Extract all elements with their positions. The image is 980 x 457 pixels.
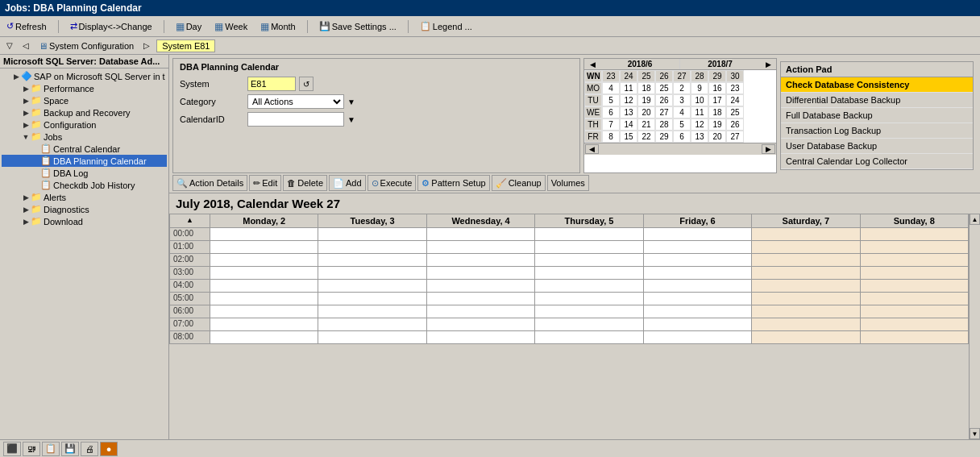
we-13[interactable]: 13 [620, 106, 637, 118]
cell-mon-0200[interactable] [210, 254, 318, 267]
cell-wed-0400[interactable] [427, 280, 535, 293]
cell-sun-0600[interactable] [861, 305, 969, 318]
mo-4[interactable]: 4 [602, 82, 620, 94]
cal-next-button[interactable]: ▶ [760, 59, 776, 69]
status-btn-2[interactable]: 🖳 [23, 442, 40, 456]
cell-sat-0300[interactable] [752, 267, 860, 280]
sidebar-item-configuration[interactable]: ▶ 📁 Configuration [2, 118, 167, 131]
status-btn-1[interactable]: ⬛ [3, 442, 21, 456]
sidebar-item-dba-planning[interactable]: 📋 DBA Planning Calendar [2, 155, 167, 167]
cell-sun-0100[interactable] [861, 241, 969, 254]
cell-sun-0400[interactable] [861, 280, 969, 293]
mo-11[interactable]: 11 [620, 82, 637, 94]
status-btn-4[interactable]: 💾 [61, 442, 79, 456]
calendarid-dropdown-icon[interactable]: ▼ [347, 115, 355, 124]
pattern-setup-button[interactable]: ⚙ Pattern Setup [417, 175, 489, 191]
cell-mon-0800[interactable] [210, 331, 318, 344]
th-14[interactable]: 14 [620, 118, 637, 131]
week-button[interactable]: ▦ Week [211, 19, 251, 34]
cell-sun-0800[interactable] [861, 331, 969, 344]
day-button[interactable]: ▦ Day [172, 19, 206, 34]
vscroll-up-button[interactable]: ▲ [970, 214, 980, 225]
sidebar-item-dba-log[interactable]: 📋 DBA Log [2, 167, 167, 179]
sidebar-item-download[interactable]: ▶ 📁 Download [2, 215, 167, 227]
cell-mon-0700[interactable] [210, 318, 318, 331]
sidebar-item-space[interactable]: ▶ 📁 Space [2, 94, 167, 106]
action-item-user-backup[interactable]: User Database Backup [781, 139, 973, 154]
cell-wed-0800[interactable] [427, 331, 535, 344]
cell-sun-0000[interactable] [861, 228, 969, 241]
cell-sun-0700[interactable] [861, 318, 969, 331]
cell-tue-0200[interactable] [318, 254, 426, 267]
cell-wed-0000[interactable] [427, 228, 535, 241]
system-input[interactable] [247, 77, 296, 91]
edit-button[interactable]: ✏ Edit [249, 175, 281, 191]
mo-16[interactable]: 16 [708, 82, 726, 94]
cell-thu-0100[interactable] [535, 241, 643, 254]
cell-thu-0800[interactable] [535, 331, 643, 344]
volumes-button[interactable]: Volumes [547, 175, 589, 191]
cell-mon-0100[interactable] [210, 241, 318, 254]
tu-5[interactable]: 5 [602, 94, 620, 106]
we-18[interactable]: 18 [708, 106, 726, 118]
sidebar-item-diagnostics[interactable]: ▶ 📁 Diagnostics [2, 203, 167, 215]
we-20[interactable]: 20 [637, 106, 655, 118]
fr-27[interactable]: 27 [726, 131, 744, 143]
status-btn-6[interactable]: ● [100, 442, 118, 456]
tu-3[interactable]: 3 [673, 94, 691, 106]
category-dropdown-icon[interactable]: ▼ [347, 98, 355, 106]
tu-26[interactable]: 26 [655, 94, 673, 106]
delete-button[interactable]: 🗑 Delete [283, 175, 327, 191]
cell-fri-0600[interactable] [644, 305, 752, 318]
we-27[interactable]: 27 [655, 106, 673, 118]
cell-wed-0700[interactable] [427, 318, 535, 331]
cell-sun-0300[interactable] [861, 267, 969, 280]
month-button[interactable]: ▦ Month [257, 19, 299, 34]
back-button[interactable]: ◁ [19, 39, 32, 52]
sidebar-item-performance[interactable]: ▶ 📁 Performance [2, 82, 167, 94]
cell-thu-0700[interactable] [535, 318, 643, 331]
cell-fri-0400[interactable] [644, 280, 752, 293]
fr-22[interactable]: 22 [637, 131, 655, 143]
save-settings-button[interactable]: 💾 Save Settings ... [316, 19, 400, 33]
th-19[interactable]: 19 [708, 118, 726, 131]
mo-9[interactable]: 9 [691, 82, 708, 94]
action-item-central-log[interactable]: Central Calendar Log Collector [781, 154, 973, 169]
th-12[interactable]: 12 [691, 118, 708, 131]
cell-fri-0100[interactable] [644, 241, 752, 254]
nav-forward-button[interactable]: ▷ [140, 39, 153, 52]
cell-sun-0200[interactable] [861, 254, 969, 267]
cell-wed-0600[interactable] [427, 305, 535, 318]
system-refresh-button[interactable]: ↺ [299, 77, 314, 91]
calendarid-input[interactable] [247, 112, 344, 127]
legend-button[interactable]: 📋 Legend ... [417, 19, 475, 33]
sidebar-item-central-calendar[interactable]: 📋 Central Calendar [2, 143, 167, 155]
tu-10[interactable]: 10 [691, 94, 708, 106]
cell-tue-0800[interactable] [318, 331, 426, 344]
cell-sat-0200[interactable] [752, 254, 860, 267]
status-btn-5[interactable]: 🖨 [81, 442, 98, 456]
cell-mon-0600[interactable] [210, 305, 318, 318]
cell-tue-0100[interactable] [318, 241, 426, 254]
cell-sat-0000[interactable] [752, 228, 860, 241]
th-5[interactable]: 5 [673, 118, 691, 131]
sidebar-item-sap-sql[interactable]: ▶ 🔷 SAP on Microsoft SQL Server in t [2, 70, 167, 82]
cell-tue-0600[interactable] [318, 305, 426, 318]
cell-thu-0000[interactable] [535, 228, 643, 241]
we-6[interactable]: 6 [602, 106, 620, 118]
display-change-button[interactable]: ⇄ Display<->Change [67, 19, 156, 33]
action-item-diff-backup[interactable]: Differential Database Backup [781, 93, 973, 108]
cal-prev-button[interactable]: ◀ [584, 59, 600, 69]
cell-tue-0300[interactable] [318, 267, 426, 280]
cell-sat-0400[interactable] [752, 280, 860, 293]
vscroll-down-button[interactable]: ▼ [970, 428, 980, 439]
we-25[interactable]: 25 [726, 106, 744, 118]
cal-right-scroll[interactable]: ▶ [762, 144, 775, 154]
cal-left-scroll[interactable]: ◀ [585, 144, 599, 154]
cell-wed-0500[interactable] [427, 293, 535, 305]
sidebar-item-checkdb[interactable]: 📋 Checkdb Job History [2, 179, 167, 191]
cell-fri-0700[interactable] [644, 318, 752, 331]
cell-thu-0500[interactable] [535, 293, 643, 305]
tu-19[interactable]: 19 [637, 94, 655, 106]
tu-17[interactable]: 17 [708, 94, 726, 106]
